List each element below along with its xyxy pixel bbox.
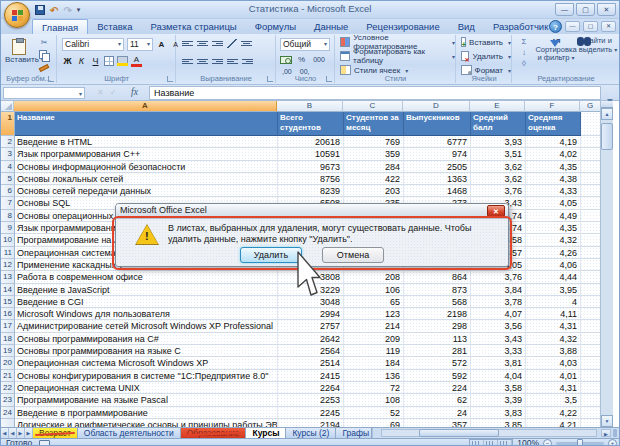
cell-course-name[interactable]: Microsoft Windows для пользователя — [15, 308, 278, 320]
zoom-slider[interactable] — [556, 442, 604, 445]
cell-course-name[interactable]: Основы информационной безопасности — [15, 161, 278, 173]
cell-value-e[interactable]: 3,43 — [471, 333, 526, 345]
cell-value-f[interactable]: 3,5 — [526, 394, 581, 406]
split-handle[interactable] — [601, 101, 613, 108]
cell-course-name[interactable]: Логические и арифметические основы и при… — [15, 419, 278, 427]
workbook-close-button[interactable]: ✕ — [601, 21, 616, 32]
formula-input[interactable]: Название — [149, 86, 601, 100]
header-cell-0[interactable]: Название — [15, 112, 278, 136]
cell-empty[interactable] — [581, 161, 602, 173]
page-break-view-icon[interactable] — [498, 440, 512, 446]
cell-empty[interactable] — [581, 136, 602, 148]
sheet-tab-4[interactable]: Курсы (2) — [286, 428, 336, 438]
align-bottom-icon[interactable] — [212, 39, 223, 48]
cell-value-f[interactable]: 4,03 — [526, 357, 581, 369]
orientation-icon[interactable] — [227, 39, 237, 48]
dialog-close-icon[interactable]: ✕ — [487, 205, 505, 217]
cell-value-f[interactable]: 4,44 — [526, 271, 581, 283]
header-cell-2[interactable]: Студентов за месяц — [344, 112, 404, 136]
cell-value-f[interactable]: 4,05 — [526, 197, 581, 209]
row-number[interactable]: 11 — [1, 247, 15, 259]
sort-filter-button[interactable]: АЯ Сортировка и фильтр▾ — [535, 37, 577, 63]
cell-empty[interactable] — [581, 284, 602, 296]
row-number[interactable]: 19 — [1, 345, 15, 357]
cell-value-f[interactable]: 4,38 — [526, 173, 581, 185]
header-cell-1[interactable]: Всего студентов — [278, 112, 344, 136]
zoom-out-icon[interactable]: − — [543, 439, 552, 446]
cell-value-d[interactable]: 1363 — [404, 173, 471, 185]
cell-course-name[interactable]: Основы программирования на C# — [15, 333, 278, 345]
column-header-B[interactable]: B — [277, 101, 343, 112]
cell-value-d[interactable]: 281 — [404, 345, 471, 357]
cell-value-b[interactable]: 2514 — [278, 357, 344, 369]
cell-empty[interactable] — [581, 320, 602, 332]
row-number[interactable]: 3 — [1, 148, 15, 160]
cell-value-d[interactable]: 357 — [404, 419, 471, 427]
row-number[interactable]: 9 — [1, 222, 15, 234]
cell-value-f[interactable]: 3,88 — [526, 345, 581, 357]
cell-value-d[interactable]: 2198 — [404, 308, 471, 320]
cell-course-name[interactable]: Язык программирования C++ — [15, 148, 278, 160]
cell-value-f[interactable]: 4,26 — [526, 247, 581, 259]
cell-course-name[interactable]: Операционная система Microsoft Windows X… — [15, 357, 278, 369]
cell-value-b[interactable]: 2415 — [278, 370, 344, 382]
scroll-down-icon[interactable]: ▼ — [601, 415, 613, 427]
cell-value-e[interactable]: 3,76 — [471, 271, 526, 283]
cell-course-name[interactable]: Основы конфигурирования в системе "1С:Пр… — [15, 370, 278, 382]
cell-value-b[interactable]: 3048 — [278, 296, 344, 308]
cell-value-c[interactable]: 214 — [344, 320, 404, 332]
cell-value-d[interactable]: 2505 — [404, 161, 471, 173]
fill-icon[interactable]: ↓ — [517, 48, 531, 58]
font-dialog-launcher-icon[interactable] — [167, 76, 173, 82]
redo-icon[interactable]: ↷ — [63, 5, 71, 16]
row-number[interactable]: 14 — [1, 284, 15, 296]
delete-confirm-button[interactable]: Удалить — [240, 247, 302, 263]
zoom-in-icon[interactable]: + — [608, 439, 617, 446]
cell-value-b[interactable]: 2642 — [278, 333, 344, 345]
column-header-C[interactable]: C — [343, 101, 403, 112]
cell-value-b[interactable]: 2264 — [278, 382, 344, 394]
cell-value-c[interactable]: 184 — [344, 357, 404, 369]
cell-value-d[interactable]: 113 — [404, 333, 471, 345]
ribbon-tab-6[interactable]: Вид — [449, 19, 484, 34]
cell-value-b[interactable]: 2194 — [278, 419, 344, 427]
cell-value-b[interactable]: 8239 — [278, 185, 344, 197]
ribbon-tab-1[interactable]: Вставка — [88, 19, 141, 34]
header-cell-3[interactable]: Выпускников — [404, 112, 471, 136]
bold-button[interactable]: Ж — [62, 56, 73, 66]
cell-value-e[interactable]: 3,33 — [471, 345, 526, 357]
first-sheet-icon[interactable]: ◀ — [1, 428, 9, 438]
dialog-title-bar[interactable]: Microsoft Office Excel ✕ — [116, 204, 508, 219]
cell-course-name[interactable]: Введение в JavaScript — [15, 284, 278, 296]
sheet-tab-1[interactable]: Область деятельности — [78, 428, 181, 438]
cell-value-f[interactable]: 4,06 — [526, 259, 581, 271]
cell-value-f[interactable]: 4,22 — [526, 407, 581, 419]
percent-style-icon[interactable]: % — [296, 54, 307, 65]
cell-value-e[interactable]: 3,85 — [471, 419, 526, 427]
row-number[interactable]: 16 — [1, 308, 15, 320]
cell-value-c[interactable]: 65 — [344, 296, 404, 308]
cell-course-name[interactable]: Работа в современном офисе — [15, 271, 278, 283]
next-sheet-icon[interactable]: ▶ — [17, 428, 25, 438]
clipboard-dialog-launcher-icon[interactable] — [48, 76, 54, 82]
borders-icon[interactable] — [104, 56, 114, 66]
cell-value-e[interactable]: 3,84 — [471, 284, 526, 296]
cell-value-f[interactable]: 4 — [526, 296, 581, 308]
cell-value-c[interactable]: 123 — [344, 308, 404, 320]
cell-value-e[interactable]: 3,51 — [471, 148, 526, 160]
paste-button[interactable]: Вставить▾ — [4, 37, 34, 73]
row-number[interactable]: 4 — [1, 161, 15, 173]
merge-center-icon[interactable] — [242, 57, 253, 66]
row-number[interactable]: 6 — [1, 185, 15, 197]
sheet-tab-0[interactable]: Возраст — [33, 428, 78, 438]
cell-value-d[interactable]: 6777 — [404, 136, 471, 148]
cell-value-b[interactable]: 2757 — [278, 320, 344, 332]
cell-value-e[interactable]: 3,62 — [471, 173, 526, 185]
cell-value-f[interactable]: 4,31 — [526, 382, 581, 394]
cell-value-e[interactable]: 3,93 — [471, 136, 526, 148]
cell-value-d[interactable]: 1468 — [404, 185, 471, 197]
cell-course-name[interactable]: Операционная система UNIX — [15, 382, 278, 394]
align-middle-icon[interactable] — [197, 39, 208, 48]
sheet-tab-3[interactable]: Курсы — [246, 428, 286, 438]
cell-course-name[interactable]: Введение в программирование — [15, 407, 278, 419]
